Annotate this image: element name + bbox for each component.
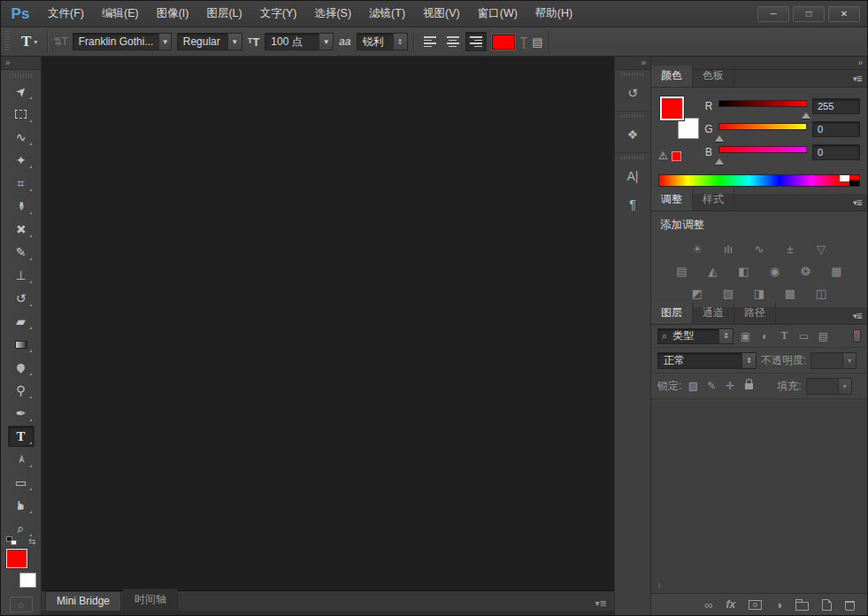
warp-text-icon[interactable]: Ʈ (520, 35, 527, 49)
tools-grip[interactable] (10, 73, 33, 78)
invert-icon[interactable]: ◩ (687, 285, 707, 301)
resize-grip-icon[interactable]: ◝ (654, 581, 664, 591)
filter-smart-object-icon[interactable]: ▤ (816, 330, 831, 343)
color-lookup-icon[interactable]: ▦ (827, 263, 847, 279)
gamut-warning[interactable]: ⚠ (658, 150, 681, 162)
filter-pixel-icon[interactable]: ▣ (738, 330, 753, 343)
tab-styles[interactable]: 样式 (693, 189, 734, 211)
menu-item-layer[interactable]: 图层(L) (198, 3, 250, 25)
spot-healing-brush-tool[interactable]: ✚ (8, 219, 35, 240)
font-style-select[interactable]: Regular ▼ (177, 33, 242, 50)
blend-mode-select[interactable]: 正常 ⇕ (657, 352, 757, 369)
tab-adjustments[interactable]: 调整 (651, 189, 693, 211)
align-right-button[interactable] (465, 32, 487, 51)
menu-item-filter[interactable]: 滤镜(T) (361, 3, 413, 25)
dock-grip[interactable] (621, 156, 644, 159)
tools-collapse-strip[interactable]: » (1, 57, 41, 70)
rectangle-tool[interactable]: ▭ (8, 472, 35, 493)
red-slider-thumb[interactable] (802, 108, 810, 119)
pen-tool[interactable]: ✒ (8, 403, 35, 424)
align-left-button[interactable] (419, 32, 441, 51)
filter-shape-icon[interactable]: ▭ (796, 330, 811, 343)
add-layer-mask-icon[interactable] (749, 600, 762, 610)
eraser-tool[interactable]: ▰ (8, 311, 35, 332)
blue-value-field[interactable]: 0 (812, 144, 860, 160)
horizontal-type-tool[interactable]: T (8, 426, 35, 447)
new-adjustment-layer-icon[interactable]: ◑ (775, 599, 782, 611)
rectangular-marquee-tool[interactable] (8, 104, 35, 125)
new-group-icon[interactable] (795, 602, 809, 611)
character-panel-button[interactable]: A| (618, 163, 648, 189)
menu-item-window[interactable]: 窗口(W) (470, 3, 526, 25)
menu-item-select[interactable]: 选择(S) (306, 3, 359, 25)
exposure-icon[interactable]: ± (780, 241, 800, 257)
lasso-tool[interactable]: ∿ (8, 127, 35, 148)
green-slider-thumb[interactable] (715, 131, 724, 142)
lock-position-icon[interactable]: ✛ (723, 380, 737, 392)
crop-tool[interactable]: ⌗ (8, 173, 35, 194)
tool-preset-picker[interactable]: T ▾ (17, 31, 42, 52)
anti-alias-select[interactable]: 锐利 ⇕ (357, 33, 408, 50)
options-grip[interactable] (4, 31, 10, 52)
text-color-swatch[interactable] (492, 35, 515, 50)
posterize-icon[interactable]: ▨ (718, 285, 738, 301)
close-button[interactable]: ✕ (828, 6, 860, 22)
gradient-tool[interactable] (8, 334, 35, 355)
tab-swatches[interactable]: 色板 (693, 65, 734, 87)
selective-color-icon[interactable]: ◫ (811, 285, 831, 301)
menu-item-file[interactable]: 文件(F) (40, 3, 92, 25)
panel-menu-icon[interactable]: ▾≣ (848, 198, 867, 211)
clone-stamp-tool[interactable]: ⊥ (8, 265, 35, 286)
filter-adjustment-icon[interactable]: ◐ (757, 330, 772, 343)
green-slider[interactable] (718, 123, 807, 130)
filter-type-icon[interactable]: T (777, 329, 792, 343)
default-colors-icon[interactable] (6, 536, 17, 545)
dock-grip[interactable] (621, 73, 644, 76)
menu-item-view[interactable]: 视图(V) (415, 3, 468, 25)
fill-select[interactable]: ▾ (806, 378, 852, 395)
blur-tool[interactable] (8, 357, 35, 378)
menu-item-type[interactable]: 文字(Y) (252, 3, 305, 25)
layers-list[interactable]: ◝ (651, 399, 867, 593)
properties-panel-button[interactable]: ❖ (618, 121, 648, 148)
color-spectrum-ramp[interactable] (658, 174, 860, 187)
color-balance-icon[interactable]: ◭ (703, 263, 723, 279)
paragraph-panel-button[interactable]: ¶ (618, 191, 648, 218)
maximize-button[interactable]: □ (793, 6, 825, 22)
history-panel-button[interactable]: ↺ (618, 80, 648, 106)
black-swatch[interactable] (849, 180, 859, 186)
menu-item-edit[interactable]: 编辑(E) (94, 3, 147, 25)
tab-channels[interactable]: 通道 (693, 303, 734, 324)
brightness-contrast-icon[interactable]: ☀ (687, 241, 707, 257)
brush-tool[interactable]: ✎ (8, 242, 35, 263)
gradient-map-icon[interactable]: ▩ (780, 285, 800, 301)
link-layers-icon[interactable]: ∞ (704, 599, 712, 611)
lock-paint-icon[interactable]: ✎ (704, 380, 718, 392)
canvas[interactable] (42, 57, 614, 591)
font-size-select[interactable]: 100 点 ▼ (265, 33, 334, 50)
eyedropper-tool[interactable]: ✒ (8, 196, 35, 217)
hand-tool[interactable]: ☛ (8, 495, 35, 516)
tab-timeline[interactable]: 时间轴 (123, 589, 178, 611)
panel-menu-icon[interactable]: ▾≣ (848, 312, 867, 324)
filter-kind-select[interactable]: ⌕ 类型 ⇕ (657, 328, 734, 344)
font-family-select[interactable]: Franklin Gothi... ▼ (73, 33, 172, 50)
foreground-color-swatch[interactable] (660, 96, 684, 120)
background-color-swatch[interactable] (678, 118, 699, 139)
path-selection-tool[interactable]: ➣ (8, 449, 35, 470)
delete-layer-icon[interactable] (845, 601, 855, 611)
foreground-color-swatch[interactable] (6, 549, 27, 568)
threshold-icon[interactable]: ◨ (749, 285, 769, 301)
new-layer-icon[interactable] (822, 599, 832, 611)
vibrance-icon[interactable]: ▽ (811, 241, 831, 257)
background-color-swatch[interactable] (19, 573, 36, 588)
levels-icon[interactable]: ılı (718, 241, 738, 257)
blue-slider-thumb[interactable] (715, 154, 724, 165)
panel-menu-icon[interactable]: ▾≣ (588, 598, 614, 611)
menu-item-image[interactable]: 图像(I) (149, 3, 197, 25)
blue-slider[interactable] (718, 146, 807, 153)
tab-mini-bridge[interactable]: Mini Bridge (45, 591, 121, 611)
magic-wand-tool[interactable]: ✦ (8, 150, 35, 171)
quick-mask-button[interactable]: ◌ (10, 597, 33, 612)
dodge-tool[interactable]: ⚲ (8, 380, 35, 401)
